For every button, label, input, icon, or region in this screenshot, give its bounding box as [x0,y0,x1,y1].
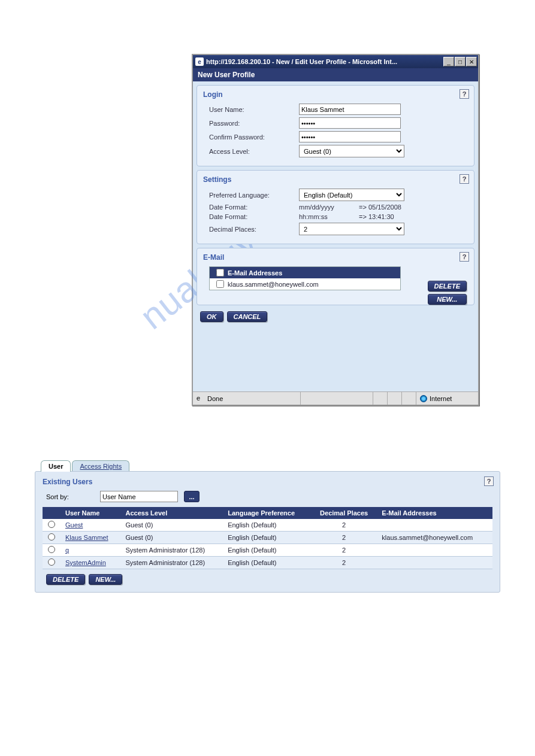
page-subheader: New User Profile [193,68,478,81]
help-icon[interactable]: ? [460,174,469,184]
login-panel: ? Login User Name: Password: Confirm Pas… [197,85,474,166]
access-level-select[interactable]: Guest (0) [299,145,404,157]
time-format-example: => 13:41:30 [359,213,394,220]
access-level-label: Access Level: [209,148,299,155]
sortby-browse-button[interactable]: ... [184,491,200,502]
row-radio[interactable] [48,558,55,566]
table-row: Guest Guest (0) English (Default) 2 [43,519,492,532]
existing-users-panel: ? Existing Users Sort by: ... User Name … [35,471,500,593]
cell-email: klaus.sammet@honeywell.com [377,532,492,544]
col-username: User Name [61,507,120,519]
sortby-label: Sort by: [46,493,94,500]
time-format-value: hh:mm:ss [299,213,359,220]
tab-user[interactable]: User [41,460,71,472]
decimal-select[interactable]: 2 [299,223,404,235]
confirm-password-label: Confirm Password: [209,133,299,141]
cell-lang: English (Default) [223,519,311,532]
username-label: User Name: [209,106,299,113]
settings-panel: ? Settings Preferred Language: English (… [197,170,474,244]
existing-users-title: Existing Users [43,478,492,486]
email-row-checkbox[interactable] [216,280,224,288]
ie-icon: e [195,57,204,66]
row-radio[interactable] [48,533,55,541]
maximize-button[interactable]: □ [455,57,466,66]
login-title: Login [203,90,468,99]
date-format-label: Date Format: [209,204,299,211]
username-input[interactable] [299,104,401,115]
password-label: Password: [209,120,299,127]
cell-decimal: 2 [311,532,377,544]
decimal-label: Decimal Places: [209,226,299,233]
status-bar: e Done Internet [193,391,478,405]
email-new-button[interactable]: NEW... [428,294,467,305]
language-select[interactable]: English (Default) [299,189,404,201]
password-input[interactable] [299,117,401,129]
email-table: E-Mail Addresses klaus.sammet@honeywell.… [209,266,401,290]
col-email: E-Mail Addresses [377,507,492,519]
cell-decimal: 2 [311,519,377,532]
date-format-example: => 05/15/2008 [359,204,401,211]
email-title: E-Mail [203,253,468,262]
col-decimal: Decimal Places [311,507,377,519]
cell-lang: English (Default) [223,532,311,544]
table-row: SystemAdmin System Administrator (128) E… [43,557,492,569]
cell-access: System Administrator (128) [120,544,223,557]
users-new-button[interactable]: NEW... [89,574,122,585]
close-button[interactable]: ✕ [466,57,477,66]
email-delete-button[interactable]: DELETE [428,281,467,292]
status-right-text: Internet [430,395,452,402]
sortby-input[interactable] [100,491,178,502]
col-access: Access Level [120,507,223,519]
cell-decimal: 2 [311,544,377,557]
cell-email [377,557,492,569]
help-icon[interactable]: ? [460,252,469,262]
globe-icon [420,395,427,402]
tab-access-rights[interactable]: Access Rights [72,460,129,472]
row-radio[interactable] [48,521,55,528]
time-format-label: Date Format: [209,213,299,220]
status-left-text: Done [207,395,223,402]
user-link[interactable]: q [65,546,69,554]
cell-access: System Administrator (128) [120,557,223,569]
cell-email [377,544,492,557]
titlebar: e http://192.168.200.10 - New / Edit Use… [193,55,478,68]
confirm-password-input[interactable] [299,131,401,142]
cell-access: Guest (0) [120,532,223,544]
cancel-button[interactable]: CANCEL [227,311,268,322]
users-delete-button[interactable]: DELETE [46,574,85,585]
user-link[interactable]: Guest [65,521,83,529]
email-header: E-Mail Addresses [228,269,282,277]
settings-title: Settings [203,175,468,184]
cell-lang: English (Default) [223,544,311,557]
cell-email [377,519,492,532]
user-link[interactable]: Klaus Sammet [65,534,108,541]
table-row: q System Administrator (128) English (De… [43,544,492,557]
window-title: http://192.168.200.10 - New / Edit User … [206,58,443,65]
ok-button[interactable]: OK [200,311,223,322]
email-row: klaus.sammet@honeywell.com [210,278,400,290]
help-icon[interactable]: ? [460,89,469,99]
email-panel: ? E-Mail E-Mail Addresses klaus.sammet@h… [197,248,474,305]
table-row: Klaus Sammet Guest (0) English (Default)… [43,532,492,544]
language-label: Preferred Language: [209,192,299,199]
date-format-value: mm/dd/yyyy [299,204,359,211]
user-link[interactable]: SystemAdmin [65,559,106,566]
ie-icon: e [197,394,205,403]
minimize-button[interactable]: _ [443,57,454,66]
email-address: klaus.sammet@honeywell.com [228,281,319,288]
email-select-all-checkbox[interactable] [216,269,224,277]
cell-lang: English (Default) [223,557,311,569]
cell-decimal: 2 [311,557,377,569]
help-icon[interactable]: ? [484,476,494,486]
row-radio[interactable] [48,546,55,553]
cell-access: Guest (0) [120,519,223,532]
users-table: User Name Access Level Language Preferen… [43,507,492,569]
col-language: Language Preference [223,507,311,519]
dialog-window: e http://192.168.200.10 - New / Edit Use… [192,54,479,406]
